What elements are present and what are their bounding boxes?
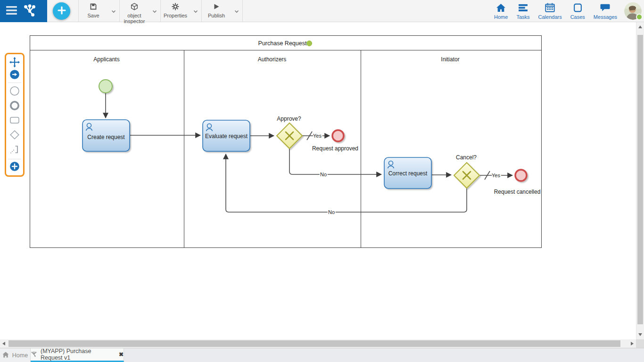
gateway-diamond-icon (9, 129, 20, 142)
pool-title: Purchase Request (258, 40, 307, 47)
nav-home-label: Home (494, 14, 508, 20)
save-label: Save (80, 13, 107, 19)
end-event-tool[interactable] (7, 99, 23, 114)
lane-label-authorizers: Authorizers (258, 56, 287, 63)
nav-calendars[interactable]: Calendars (534, 0, 566, 22)
nav-tasks[interactable]: Tasks (512, 0, 534, 22)
tab-purchase-request[interactable]: (MYAPP) Purchase Request v1 ✖ (31, 348, 124, 362)
scroll-right-arrow[interactable] (631, 342, 634, 346)
add-element-tool[interactable] (7, 161, 23, 173)
vertical-scrollbar[interactable] (636, 22, 644, 339)
bpmn-gateway-cancel[interactable]: Cancel? (454, 154, 479, 188)
horizontal-scrollbar-thumb[interactable] (8, 340, 620, 347)
task-tool[interactable] (7, 114, 23, 128)
publish-dropdown-chevron[interactable] (231, 0, 242, 22)
tab-close-icon[interactable]: ✖ (119, 351, 124, 358)
properties-button[interactable]: Properties (161, 0, 190, 22)
flow-label-no: No (328, 209, 335, 215)
bpmn-task-evaluate-request[interactable]: Evaluate request (203, 120, 250, 151)
task-label: Correct request (388, 170, 428, 177)
chevron-down-icon (193, 8, 198, 15)
diagram-canvas[interactable]: Purchase Request Applicants Authorizers … (0, 22, 644, 339)
save-dropdown-chevron[interactable] (108, 0, 119, 22)
save-button[interactable]: Save (79, 0, 108, 22)
calendar-icon (545, 3, 555, 13)
nav-messages[interactable]: Messages (589, 0, 621, 22)
add-button[interactable] (53, 2, 70, 20)
task-label: Create request (87, 134, 125, 140)
scroll-left-arrow[interactable] (2, 342, 5, 346)
properties-dropdown-chevron[interactable] (190, 0, 201, 22)
task-rect-icon (9, 115, 20, 127)
plus-circle-icon (9, 161, 20, 173)
brand-block[interactable] (0, 0, 47, 22)
tab-purchase-request-label: (MYAPP) Purchase Request v1 (41, 348, 115, 361)
play-icon (213, 3, 220, 12)
nav-tasks-label: Tasks (516, 14, 529, 20)
hamburger-menu-icon[interactable] (6, 6, 17, 16)
flow-approve-no[interactable] (289, 149, 381, 174)
app-window: Save object inspector (0, 0, 644, 362)
flow-label-yes: Yes (313, 133, 322, 139)
case-icon (573, 3, 583, 13)
tab-home[interactable]: Home (0, 348, 31, 362)
app-logo-icon[interactable] (23, 3, 37, 19)
object-inspector-label: object inspector (121, 13, 148, 24)
bpmn-task-create-request[interactable]: Create request (83, 120, 130, 151)
gateway-label: Cancel? (456, 154, 477, 161)
object-inspector-button[interactable]: object inspector (120, 0, 149, 22)
chevron-down-icon (111, 8, 116, 15)
pan-tool[interactable] (7, 57, 23, 69)
vertical-scrollbar-thumb[interactable] (637, 35, 643, 324)
bpmn-start-event[interactable] (99, 80, 112, 93)
end-event-label: Request cancelled (494, 189, 541, 195)
lane-label-initiator: Initiator (441, 56, 459, 63)
nav-cases[interactable]: Cases (566, 0, 589, 22)
online-status-dot (636, 14, 643, 20)
bpmn-task-correct-request[interactable]: Correct request (384, 157, 431, 189)
move-arrows-icon (9, 57, 20, 69)
quick-nav: Home Tasks Calendars Cases Messages (490, 0, 621, 22)
nav-cases-label: Cases (570, 14, 585, 20)
cube-icon (131, 3, 138, 12)
nav-messages-label: Messages (594, 14, 617, 20)
object-inspector-dropdown-chevron[interactable] (149, 0, 160, 22)
floppy-icon (90, 3, 97, 12)
chevron-down-icon (234, 8, 239, 15)
publish-label: Publish (203, 13, 230, 19)
direct-connect-tool[interactable] (7, 69, 23, 81)
nav-calendars-label: Calendars (538, 14, 562, 20)
gateway-tool[interactable] (7, 128, 23, 143)
process-icon (31, 351, 37, 359)
start-event-tool[interactable] (7, 84, 23, 99)
pool-status-dot (307, 41, 312, 46)
flow-label-no: No (320, 172, 327, 177)
bottom-tab-bar: Home (MYAPP) Purchase Request v1 ✖ (0, 348, 644, 362)
annotation-link-tool[interactable] (7, 143, 23, 157)
task-label: Evaluate request (205, 133, 248, 140)
top-toolbar: Save object inspector (0, 0, 644, 22)
scrollbar-corner (636, 339, 644, 348)
nav-home[interactable]: Home (490, 0, 512, 22)
editor-toolbar: Save object inspector (78, 0, 243, 22)
end-event-circle-icon (9, 100, 20, 113)
end-event-label: Request approved (312, 145, 358, 152)
properties-label: Properties (162, 13, 189, 19)
bpmn-end-event-request-cancelled[interactable]: Request cancelled (494, 170, 541, 195)
scroll-down-arrow[interactable] (638, 333, 642, 336)
bpmn-gateway-approve[interactable]: Approve? (277, 115, 302, 148)
tab-home-label: Home (12, 352, 28, 359)
horizontal-scrollbar[interactable] (0, 339, 636, 348)
bpmn-flows (106, 93, 512, 212)
lane-label-applicants: Applicants (93, 56, 119, 63)
shape-palette (5, 53, 25, 177)
tasks-icon (518, 3, 528, 13)
bpmn-diagram: Purchase Request Applicants Authorizers … (0, 22, 644, 339)
scroll-up-arrow[interactable] (638, 25, 642, 28)
palette-divider (8, 159, 21, 159)
publish-button[interactable]: Publish (202, 0, 231, 22)
user-avatar[interactable] (624, 2, 642, 20)
annotation-bracket-icon (9, 144, 20, 156)
gateway-label: Approve? (277, 115, 301, 122)
chevron-down-icon (152, 8, 157, 15)
